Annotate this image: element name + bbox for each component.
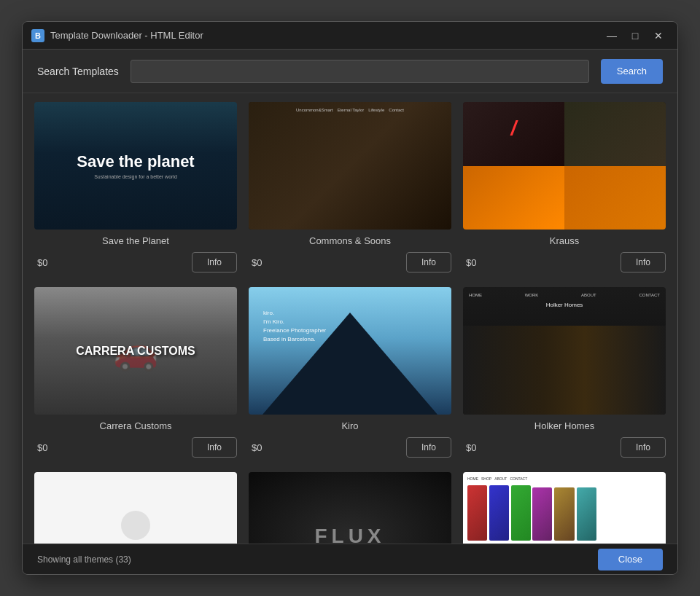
toolbar: Search Templates Search (23, 50, 677, 93)
template-thumbnail-holker[interactable]: HOME WORK ABOUT CONTACT Holker Homes (463, 287, 666, 415)
template-thumbnail-white[interactable] (34, 472, 237, 544)
template-card-commons: Uncommon&Smart Eternal Taylor Lifestyle … (249, 102, 451, 275)
info-button-3[interactable]: Info (192, 437, 237, 458)
template-footer-0: $0 Info (34, 251, 237, 275)
template-card-krauss: / Krauss $0 Info (463, 102, 666, 275)
template-card-carrera: CARRERA CUSTOMS Carrera Customs $0 Info (34, 287, 237, 460)
app-icon: B (31, 29, 44, 42)
info-button-0[interactable]: Info (192, 252, 237, 272)
template-card-white: $0 Info (34, 472, 237, 544)
gallery-nav: HOME SHOP ABOUT CONTACT (467, 477, 661, 481)
gallery-item-5 (554, 487, 574, 541)
template-thumbnail-flux[interactable]: FLUX (249, 472, 451, 544)
template-thumbnail-save-planet[interactable]: Save the planet Sustainable design for a… (34, 102, 237, 230)
info-button-5[interactable]: Info (621, 437, 666, 458)
status-text: Showing all themes (33) (37, 554, 131, 565)
gallery-item-2 (489, 485, 509, 541)
krauss-q2 (564, 102, 666, 166)
white-circle (121, 511, 150, 540)
template-footer-5: $0 Info (463, 436, 666, 460)
template-name-4: Kiro (249, 420, 451, 431)
info-button-2[interactable]: Info (621, 252, 666, 272)
info-button-4[interactable]: Info (406, 437, 451, 458)
tmpl-carrera-text: CARRERA CUSTOMS (76, 345, 195, 358)
template-price-4: $0 (252, 442, 262, 453)
kiro-text: kiro.I'm Kiro.Freelance PhotographerBase… (263, 309, 326, 344)
template-card-save-planet: Save the planet Sustainable design for a… (34, 102, 237, 275)
main-window: B Template Downloader - HTML Editor — □ … (22, 21, 678, 575)
tmpl-save-planet-heading: Save the planet (77, 152, 194, 171)
close-button[interactable]: Close (598, 549, 663, 570)
template-price-1: $0 (252, 257, 262, 268)
statusbar: Showing all themes (33) Close (23, 544, 677, 574)
template-card-kiro: kiro.I'm Kiro.Freelance PhotographerBase… (249, 287, 451, 460)
template-price-3: $0 (37, 442, 47, 453)
window-controls: — □ ✕ (602, 28, 669, 44)
template-name-0: Save the Planet (34, 235, 237, 246)
gallery-row-2 (532, 487, 596, 541)
template-name-1: Commons & Soons (249, 235, 451, 246)
template-thumbnail-commons[interactable]: Uncommon&Smart Eternal Taylor Lifestyle … (249, 102, 451, 230)
template-thumbnail-kiro[interactable]: kiro.I'm Kiro.Freelance PhotographerBase… (249, 287, 451, 415)
template-name-5: Holker Homes (463, 420, 666, 431)
holker-nav: HOME WORK ABOUT CONTACT (469, 293, 660, 297)
maximize-button[interactable]: □ (625, 28, 645, 44)
krauss-q3 (463, 166, 564, 230)
krauss-q4 (564, 166, 666, 230)
template-thumbnail-carrera[interactable]: CARRERA CUSTOMS (34, 287, 237, 415)
krauss-q1: / (463, 102, 564, 166)
template-card-holker: HOME WORK ABOUT CONTACT Holker Homes Hol… (463, 287, 666, 460)
gallery-row-1 (467, 485, 531, 541)
template-name-3: Carrera Customs (34, 420, 237, 431)
gallery-item-4 (532, 487, 552, 541)
template-price-0: $0 (37, 257, 47, 268)
titlebar: B Template Downloader - HTML Editor — □ … (23, 22, 677, 50)
template-thumbnail-krauss[interactable]: / (463, 102, 666, 230)
search-button[interactable]: Search (601, 59, 663, 84)
template-price-5: $0 (466, 442, 476, 453)
minimize-button[interactable]: — (602, 28, 622, 44)
gallery-item-6 (577, 487, 596, 541)
template-thumbnail-gallery[interactable]: HOME SHOP ABOUT CONTACT (463, 472, 666, 544)
search-input[interactable] (131, 60, 589, 83)
template-name-2: Krauss (463, 235, 666, 246)
tmpl-save-planet-sub: Sustainable design for a better world (94, 174, 177, 179)
close-window-button[interactable]: ✕ (648, 28, 669, 44)
template-card-flux: FLUX FLUX $0 Info (249, 472, 451, 544)
gallery-item-1 (467, 485, 487, 541)
template-footer-1: $0 Info (249, 251, 451, 275)
template-footer-2: $0 Info (463, 251, 666, 275)
tmpl-commons-nav: Uncommon&Smart Eternal Taylor Lifestyle … (249, 108, 451, 112)
window-title: Template Downloader - HTML Editor (50, 30, 602, 41)
search-label: Search Templates (37, 66, 119, 77)
template-footer-4: $0 Info (249, 436, 451, 460)
gallery-item-3 (511, 485, 531, 541)
template-price-2: $0 (466, 257, 476, 268)
content-area[interactable]: Save the planet Sustainable design for a… (23, 93, 677, 544)
flux-text: FLUX (314, 525, 385, 544)
holker-title: Holker Homes (546, 302, 583, 308)
template-grid: Save the planet Sustainable design for a… (34, 102, 666, 544)
template-footer-3: $0 Info (34, 436, 237, 460)
template-card-gallery: HOME SHOP ABOUT CONTACT (463, 472, 666, 544)
info-button-1[interactable]: Info (406, 252, 451, 272)
